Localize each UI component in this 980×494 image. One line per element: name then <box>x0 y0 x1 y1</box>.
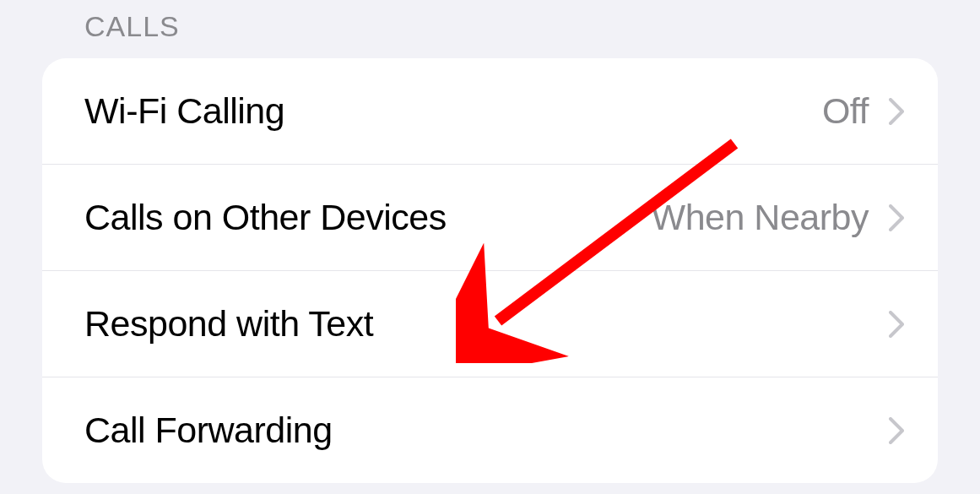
row-right: When Nearby <box>652 197 904 238</box>
settings-group-calls: Wi-Fi Calling Off Calls on Other Devices… <box>42 58 938 483</box>
row-value: When Nearby <box>652 197 869 238</box>
settings-row-call-forwarding[interactable]: Call Forwarding <box>42 377 938 483</box>
row-right <box>869 417 904 444</box>
row-label: Call Forwarding <box>84 410 333 451</box>
chevron-right-icon <box>889 98 904 125</box>
row-right <box>869 311 904 338</box>
settings-row-calls-on-other-devices[interactable]: Calls on Other Devices When Nearby <box>42 165 938 271</box>
chevron-right-icon <box>889 417 904 444</box>
row-label: Respond with Text <box>84 303 373 345</box>
row-value: Off <box>822 90 869 132</box>
chevron-right-icon <box>889 204 904 231</box>
row-label: Wi-Fi Calling <box>84 90 284 132</box>
settings-row-wifi-calling[interactable]: Wi-Fi Calling Off <box>42 58 938 165</box>
row-label: Calls on Other Devices <box>84 197 447 238</box>
row-right: Off <box>822 90 904 132</box>
section-header-calls: CALLS <box>0 0 980 58</box>
settings-row-respond-with-text[interactable]: Respond with Text <box>42 271 938 377</box>
chevron-right-icon <box>889 311 904 338</box>
